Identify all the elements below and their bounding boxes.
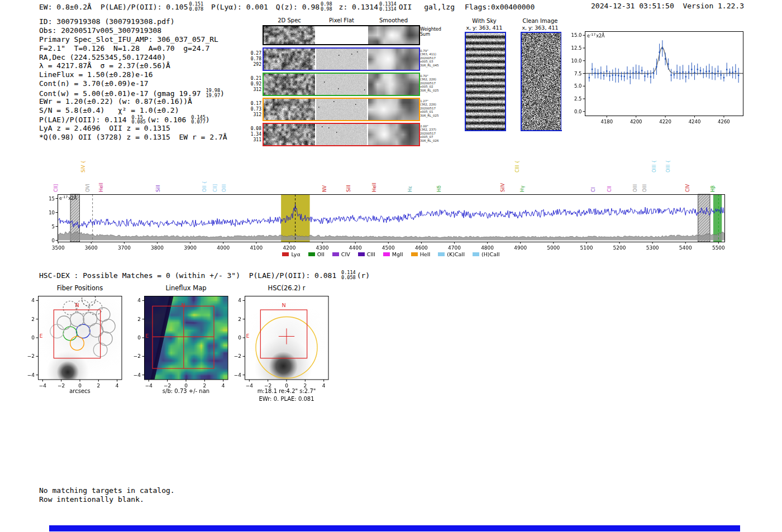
- fiber-positions-panel: [18, 293, 130, 397]
- hsc-dex-match-line: HSC-DEX : Possible Matches = 0 (within +…: [39, 270, 370, 280]
- catalog-notes: No matching targets in catalog. Row inte…: [39, 486, 175, 504]
- spec2d-row: 0.081.343112.00"(362, 237)20200517v005_0…: [263, 123, 420, 146]
- legend-color-swatch: [438, 252, 445, 256]
- note-line-2: Row intentionally blank.: [39, 495, 175, 504]
- legend-color-swatch: [282, 252, 289, 256]
- text-segment: HSC-DEX : Possible Matches = 0 (within +…: [39, 271, 341, 280]
- spec2d-strip-smoothed: [368, 49, 419, 70]
- report-datetime: 2024-12-31 03:51:50: [591, 2, 674, 10]
- spectral-line-label: Hβ: [710, 185, 716, 192]
- note-line-1: No matching targets in catalog.: [39, 486, 175, 495]
- stacked-uncertainty: 0.1510.078: [189, 2, 203, 11]
- info-line: EWr = 1.20(±0.22) (w: 0.87(±0.16))Å: [39, 97, 231, 106]
- spectral-line-label: OIII {: [665, 160, 671, 172]
- fiber-detail-labels: 2.00"(362, 237)20200517v005_07306_RL_026: [420, 124, 456, 142]
- fiber-detail-labels: 1.27"(362, 228)20200517v005_01306_RL_025: [420, 99, 456, 117]
- text-segment: Obs: 20200517v005_3007919308: [39, 26, 161, 35]
- legend-item: (H)CaII: [473, 251, 500, 257]
- spectral-line-label: SiV {: [80, 160, 86, 172]
- spectral-line-label: Hγ: [519, 186, 525, 192]
- info-line: λ = 4217.87Å σ = 2.37(±0.56)Å: [39, 61, 231, 70]
- spectral-line-label: CIV: [685, 184, 690, 192]
- spec2d-row: 0.210.923120.70"(362, 228)20200517v005_0…: [263, 73, 420, 96]
- info-line: ID: 3007919308 (3007919308.pdf): [39, 17, 231, 26]
- text-segment: P(LAE)/P(OII): 0.114: [39, 116, 131, 124]
- legend-label: (H)CaII: [481, 251, 500, 257]
- text-segment: LineFlux = 1.50(±0.28)e-16: [39, 70, 153, 79]
- text-segment: z: 0.1314: [339, 3, 378, 11]
- fiber-detail-labels: 0.70"(362, 228)20200517v005_02306_RL_025: [420, 74, 456, 92]
- text-segment: EWr = 1.20(±0.22) (w: 0.87(±0.16))Å: [39, 97, 192, 106]
- legend-label: Lyα: [291, 251, 300, 257]
- hsc-r-title: HSC(26.2) r: [245, 284, 328, 292]
- legend-item: CIII: [358, 251, 375, 257]
- spectral-line-label: CIII {: [514, 160, 520, 172]
- header-datetime-version: 2024-12-31 03:51:50 Version 1.22.3: [591, 2, 744, 10]
- info-line: LyA z = 2.4696 OII z = 0.1315: [39, 124, 231, 133]
- stacked-uncertainty: 0.1140.058: [341, 270, 356, 280]
- legend-label: (K)CaII: [447, 251, 465, 257]
- spectral-line-label: OIII: [221, 184, 227, 192]
- text-segment: Primary Spec_Slot_IFU_AMP: 306_037_057_R…: [39, 35, 218, 44]
- spec2d-strip-flat: [316, 74, 367, 95]
- text-segment: (w: 0.106: [147, 116, 190, 124]
- spec2d-strip-flat: [316, 124, 367, 145]
- detection-info-block: ID: 3007919308 (3007919308.pdf)Obs: 2020…: [39, 17, 231, 141]
- spectrum-legend: LyαOIICIVCIIIMgIIHeII(K)CaII(H)CaII: [39, 250, 743, 258]
- with-sky-title: With Sky: [456, 18, 512, 24]
- text-segment: Q(z): 0.98: [276, 3, 320, 11]
- spec2d-strip-flat: [316, 99, 367, 120]
- hsc-r-xlabel2: EWr: 0. PLAE: 0.081: [245, 396, 328, 402]
- text-segment: RA,Dec (224.525345,50.172440): [39, 53, 166, 61]
- stacked-uncertainty: 19.9819.97: [206, 88, 220, 98]
- info-line: Cont(w) = 5.00(±0.01)e-17 (gmag 19.97 19…: [39, 88, 231, 97]
- legend-color-swatch: [358, 252, 365, 256]
- spec2d-strip-flat: [316, 26, 367, 44]
- info-line: F=2.1" T=0.126 N=1.28 A=0.70 g=24.7: [39, 44, 231, 53]
- spectral-line-label: NV: [322, 185, 327, 192]
- header-summary: EW: 0.8±0.2ÅP(LAE)/P(OII): 0.1050.1510.0…: [39, 2, 535, 11]
- col-header-2dspec: 2D Spec: [264, 17, 315, 23]
- text-segment: (r): [357, 271, 370, 280]
- spec2d-row: 0.170.733121.27"(362, 228)20200517v005_0…: [263, 98, 420, 121]
- with-sky-panel: [465, 32, 506, 131]
- spectral-line-label: OVI: [85, 184, 90, 192]
- text-segment: P(Lyα): 0.001: [211, 3, 268, 11]
- text-segment: S/N = 5.8(±0.4) χ² = 1.0(±0.2): [39, 106, 179, 114]
- spec2d-strip-2d: [264, 49, 315, 70]
- spec2d-strip-smoothed: [368, 124, 419, 145]
- legend-label: CIII: [367, 251, 375, 257]
- spectral-line-label: OIII {: [651, 160, 657, 172]
- spec2d-strip-grid: WeightedSum0.270.782920.79"(363, 411)202…: [263, 25, 420, 148]
- spectral-line-label: CII]: [212, 184, 218, 192]
- spectral-line-label: HeII: [371, 183, 377, 192]
- hsc-r-xlabel: m:18.1 re:4.2" s:2.7": [245, 388, 328, 394]
- text-segment: *Q(0.98) OII (3728) z = 0.1315 EW r = 2.…: [39, 133, 227, 141]
- lineflux-map-xlabel: s/b: 0.73 +/- nan: [144, 388, 228, 394]
- stacked-uncertainty: 0.980.98: [321, 2, 332, 11]
- info-line: Primary Spec_Slot_IFU_AMP: 306_037_057_R…: [39, 35, 231, 44]
- spec2d-strip-flat: [316, 49, 367, 70]
- text-segment: ID: 3007919308 (3007919308.pdf): [39, 17, 175, 26]
- info-line: P(LAE)/P(OII): 0.114 0.150.085(w: 0.106 …: [39, 115, 231, 124]
- clean-image-panel: [521, 32, 562, 131]
- spec2d-strip-smoothed: [368, 99, 419, 120]
- info-line: Obs: 20200517v005_3007919308: [39, 26, 231, 35]
- legend-color-swatch: [383, 252, 390, 256]
- spectral-line-label: CI: [590, 188, 596, 192]
- text-segment: λ = 4217.87Å σ = 2.37(±0.56)Å: [39, 61, 170, 70]
- spectral-line-label: SiII: [346, 185, 351, 192]
- legend-color-swatch: [332, 252, 339, 256]
- legend-item: MgII: [383, 251, 403, 257]
- text-segment: Cont(n) = 3.70(±0.09)e-17: [39, 79, 149, 88]
- text-segment: ): [206, 116, 210, 124]
- spectral-line-label: SiII: [155, 185, 161, 192]
- fiber-positions-xlabel: arcsecs: [38, 388, 122, 394]
- with-sky-image: [466, 33, 505, 130]
- bottom-blue-bar: [49, 525, 740, 531]
- col-header-pixelflat: Pixel Flat: [316, 17, 367, 23]
- spectral-line-label: OIII: [642, 184, 647, 192]
- spec2d-row: 0.270.782920.79"(363, 411)20200517v005_0…: [263, 47, 420, 71]
- col-header-smoothed: Smoothed: [368, 17, 419, 23]
- clean-image-image: [522, 33, 561, 130]
